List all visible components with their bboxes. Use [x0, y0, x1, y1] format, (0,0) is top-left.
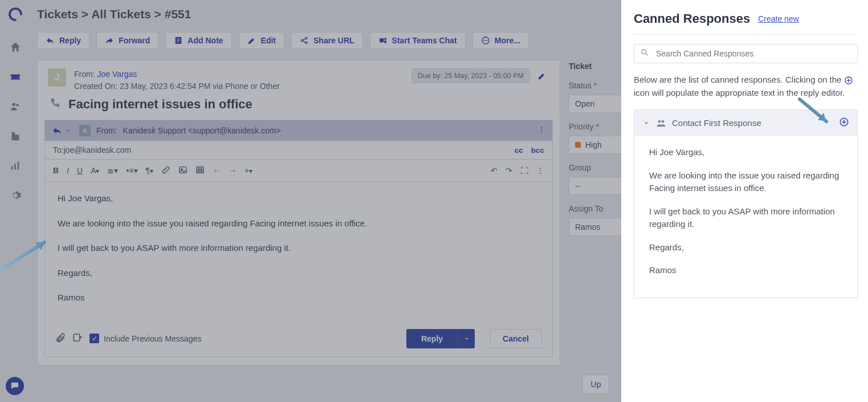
canned-responses-panel: Canned Responses Create new Below are th…: [621, 0, 868, 402]
chevron-down-icon: [642, 119, 650, 127]
search-input[interactable]: [655, 48, 851, 59]
search-icon: [640, 48, 649, 59]
canned-response-item: Contact First Response Hi Joe Vargas, We…: [634, 109, 858, 298]
panel-title: Canned Responses: [634, 11, 750, 26]
svg-point-27: [662, 120, 665, 123]
canned-title: Contact First Response: [672, 118, 761, 128]
canned-header[interactable]: Contact First Response: [634, 110, 857, 136]
search-input-wrap: [634, 44, 858, 63]
create-new-link[interactable]: Create new: [758, 14, 799, 23]
svg-point-24: [642, 50, 646, 54]
modal-overlay[interactable]: [0, 0, 621, 402]
svg-point-26: [658, 120, 661, 123]
insert-canned-plus-icon[interactable]: [839, 117, 849, 129]
plus-inline-icon: [844, 76, 853, 85]
group-icon: [656, 118, 666, 128]
canned-body: Hi Joe Vargas, We are looking into the i…: [634, 136, 857, 298]
panel-help-text: Below are the list of canned responses. …: [634, 74, 858, 99]
